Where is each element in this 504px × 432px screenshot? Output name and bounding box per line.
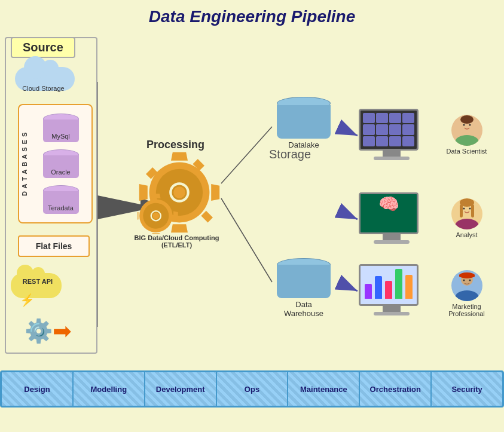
page-title: Data Engineering Pipeline — [0, 0, 504, 31]
datalake-cylinder — [277, 97, 331, 139]
rest-api-label: REST API — [11, 278, 65, 285]
monitor-base-mid — [374, 240, 410, 244]
datawarehouse-box: DataWarehouse — [271, 258, 337, 318]
cloud-storage-label: Cloud Storage — [12, 85, 75, 92]
grid-cell — [363, 136, 375, 146]
monitor-top — [359, 109, 424, 163]
flat-files-label: Flat Files — [36, 241, 72, 251]
source-label: Source — [11, 37, 75, 58]
monitor-bot — [359, 264, 424, 318]
big-gear — [138, 151, 215, 228]
databases-box: D A T A B A S E S MySql Oracle Teradata — [18, 104, 93, 223]
gear-svg — [138, 151, 221, 234]
tab-development[interactable]: Development — [145, 372, 217, 406]
svg-point-18 — [173, 186, 186, 199]
svg-point-38 — [455, 290, 479, 301]
datalake-box: Datalake — [271, 97, 337, 151]
etl-icon-box: ⚙️➡ — [18, 313, 78, 349]
databases-vertical-label: D A T A B A S E S — [19, 105, 30, 222]
rest-api-decoration: ⚡ — [20, 293, 35, 307]
mysql-cylinder: MySql — [40, 114, 82, 142]
grid-cell — [363, 113, 375, 123]
grid-cell — [376, 124, 388, 134]
grid-cell — [389, 113, 401, 123]
chart-bar-1 — [365, 284, 372, 299]
grid-cell — [402, 124, 414, 134]
chart-bar-5 — [405, 275, 413, 299]
processing-label: Processing — [146, 139, 204, 151]
grid-cell — [376, 113, 388, 123]
svg-rect-34 — [471, 204, 474, 217]
svg-point-30 — [455, 219, 479, 229]
monitor-stand-mid — [383, 234, 401, 240]
cloud-storage: Cloud Storage — [12, 61, 75, 92]
screen-chart — [361, 266, 417, 302]
monitor-base-bot — [374, 312, 410, 315]
source-container: Source Cloud Storage D A T A B A S E S M… — [5, 37, 97, 354]
grid-cell — [389, 124, 401, 134]
chart-bar-3 — [385, 281, 392, 299]
monitor-stand-top — [383, 151, 401, 157]
flat-files-box: Flat Files — [18, 235, 90, 257]
tab-design[interactable]: Design — [2, 372, 74, 406]
svg-rect-33 — [460, 204, 463, 217]
mysql-label: MySql — [40, 133, 82, 140]
svg-point-36 — [469, 208, 471, 210]
grid-cell — [363, 124, 375, 134]
monitor-screen-mid: 🧠 — [359, 192, 419, 234]
svg-line-11 — [221, 198, 272, 282]
monitor-screen-top — [359, 109, 419, 151]
svg-point-26 — [460, 115, 474, 124]
avatar-analyst — [451, 198, 482, 229]
datawarehouse-cylinder — [277, 258, 331, 298]
person-data-scientist: Data Scientist — [441, 115, 492, 155]
scientist-label: Data Scientist — [441, 148, 492, 155]
oracle-label: Oracle — [40, 168, 82, 176]
svg-line-14 — [338, 282, 358, 291]
db-cylinders: MySql Oracle Teradata — [30, 105, 91, 222]
svg-point-22 — [152, 212, 160, 219]
svg-point-42 — [465, 272, 469, 276]
chart-bar-2 — [375, 276, 382, 299]
avatar-marketing — [451, 270, 482, 301]
svg-point-35 — [463, 208, 465, 210]
tab-modelling[interactable]: Modelling — [74, 372, 145, 406]
analyst-label: Analyst — [441, 231, 492, 238]
svg-point-28 — [469, 124, 471, 126]
grid-cell — [389, 136, 401, 146]
person-analyst: Analyst — [441, 198, 492, 238]
datawarehouse-cyl-body — [277, 265, 331, 298]
chart-bar-4 — [395, 269, 402, 299]
monitor-base-top — [374, 157, 410, 160]
svg-point-44 — [469, 280, 471, 281]
grid-cell — [376, 136, 388, 146]
teradata-cylinder: Teradata — [40, 185, 82, 214]
svg-line-12 — [338, 127, 358, 136]
person-marketing: MarketingProfessional — [441, 270, 492, 317]
monitor-screen-bot — [359, 264, 419, 306]
processing-sublabel: BIG Data/Cloud Computing (ETL/ELT) — [130, 234, 223, 249]
datalake-label: Datalake — [288, 140, 319, 149]
svg-point-27 — [463, 124, 465, 126]
svg-point-43 — [463, 280, 465, 281]
screen-grid — [361, 111, 417, 149]
screen-brain: 🧠 — [361, 194, 417, 214]
oracle-cylinder: Oracle — [40, 149, 82, 178]
svg-marker-8 — [97, 195, 140, 219]
tab-orchestration[interactable]: Orchestration — [360, 372, 432, 406]
svg-line-13 — [338, 210, 358, 219]
tab-maintenance[interactable]: Maintenance — [288, 372, 360, 406]
rest-api-box: REST API ⚡ — [11, 268, 65, 307]
tab-ops[interactable]: Ops — [217, 372, 289, 406]
teradata-label: Teradata — [40, 204, 82, 212]
datalake-cyl-body — [277, 105, 331, 139]
svg-point-24 — [455, 135, 479, 146]
diagram-area: Source Cloud Storage D A T A B A S E S M… — [0, 31, 504, 408]
tab-security[interactable]: Security — [432, 372, 502, 406]
marketing-label: MarketingProfessional — [441, 303, 492, 317]
rest-api-cloud — [11, 273, 62, 298]
monitor-stand-bot — [383, 306, 401, 312]
bottom-tabs: Design Modelling Development Ops Mainten… — [0, 370, 504, 408]
datawarehouse-label: DataWarehouse — [284, 300, 323, 318]
svg-line-10 — [221, 127, 272, 183]
